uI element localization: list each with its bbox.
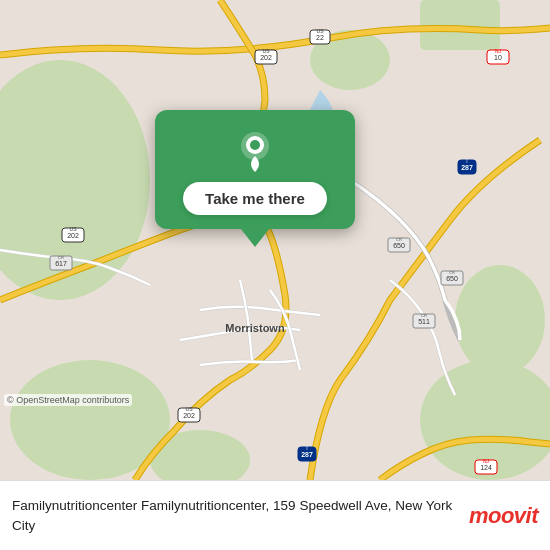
svg-text:NJ: NJ [495,48,502,54]
svg-point-47 [250,140,260,150]
svg-text:22: 22 [316,34,324,41]
svg-text:US: US [263,48,271,54]
place-info: Familynutritioncenter Familynutritioncen… [12,496,459,534]
svg-text:202: 202 [67,232,79,239]
place-name: Familynutritioncenter Familynutritioncen… [12,498,452,532]
svg-text:202: 202 [260,54,272,61]
popup-tail [241,229,269,247]
svg-text:650: 650 [393,242,405,249]
svg-text:617: 617 [55,260,67,267]
svg-text:124: 124 [480,464,492,471]
svg-text:202: 202 [183,412,195,419]
svg-text:CR: CR [396,237,402,242]
moovit-logo: moovit [469,503,538,529]
svg-rect-7 [420,0,500,50]
svg-point-3 [455,265,545,375]
location-pin-icon [233,128,277,172]
svg-text:287: 287 [301,451,313,458]
svg-text:US: US [317,28,325,34]
svg-text:CR: CR [58,255,64,260]
svg-text:NJ: NJ [483,458,490,464]
popup-box: Take me there [155,110,355,229]
map-popup: Take me there [145,110,365,247]
svg-text:CR: CR [449,270,455,275]
svg-text:650: 650 [446,275,458,282]
svg-text:I: I [306,445,307,451]
bottom-bar: Familynutritioncenter Familynutritioncen… [0,480,550,550]
svg-text:511: 511 [418,318,430,325]
map-attribution: © OpenStreetMap contributors [4,394,132,406]
svg-text:I: I [466,158,467,164]
svg-text:US: US [186,406,194,412]
svg-text:287: 287 [461,164,473,171]
moovit-wordmark: moovit [469,503,538,529]
svg-text:CR: CR [421,313,427,318]
svg-text:Morristown: Morristown [225,322,285,334]
svg-text:US: US [70,226,78,232]
svg-text:10: 10 [494,54,502,61]
map-view[interactable]: 202 US 202 US 202 US 22 US 10 NJ 287 I 2… [0,0,550,480]
take-me-there-button[interactable]: Take me there [183,182,327,215]
